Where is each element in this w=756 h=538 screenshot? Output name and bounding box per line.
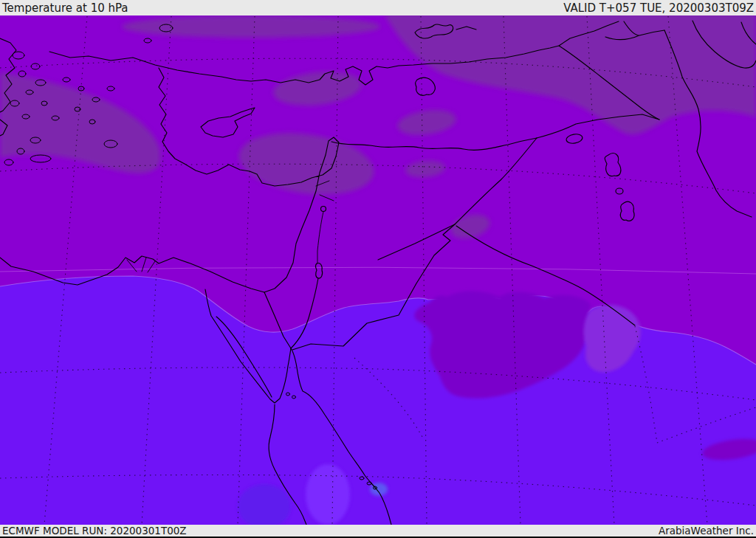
valid-time-label: VALID T+057 TUE, 20200303T09Z bbox=[563, 1, 754, 15]
model-run-label: ECMWF MODEL RUN: 20200301T00Z bbox=[2, 525, 187, 537]
header-bar: Temperature at 10 hPa VALID T+057 TUE, 2… bbox=[0, 0, 756, 15]
footer-bar: ECMWF MODEL RUN: 20200301T00Z ArabiaWeat… bbox=[0, 525, 756, 538]
weather-map bbox=[0, 0, 756, 538]
map-title: Temperature at 10 hPa bbox=[2, 1, 128, 15]
weather-map-window: Temperature at 10 hPa VALID T+057 TUE, 2… bbox=[0, 0, 756, 538]
brand-label: ArabiaWeather Inc. bbox=[659, 525, 754, 537]
